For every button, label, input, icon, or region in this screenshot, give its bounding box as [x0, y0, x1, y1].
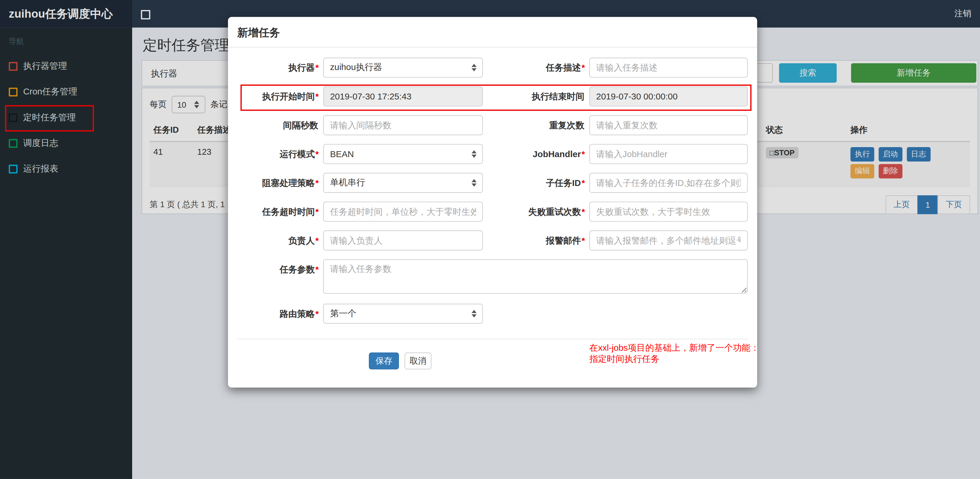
modal-title: 新增任务: [237, 27, 280, 39]
route-strategy-select[interactable]: 第一个: [323, 304, 483, 324]
alarm-email-input[interactable]: [589, 231, 748, 250]
feature-note-line2: 指定时间执行任务: [589, 353, 759, 364]
child-job-id-label: 子任务ID*: [483, 173, 589, 193]
route-strategy-label: 路由策略*: [237, 304, 323, 324]
select-arrows-icon: [471, 179, 476, 187]
job-param-textarea[interactable]: [323, 259, 748, 294]
form-row: 执行器* zuihou执行器 任务描述*: [237, 58, 748, 78]
job-desc-input[interactable]: [589, 58, 748, 78]
form-row: 阻塞处理策略* 单机串行 子任务ID*: [237, 173, 748, 193]
modal-body: 执行器* zuihou执行器 任务描述* 执行开始时间* 执行结束时间 间隔秒数: [228, 48, 757, 369]
form-row: 运行模式* BEAN JobHandler*: [237, 144, 748, 164]
executor-select-value: zuihou执行器: [330, 62, 382, 73]
owner-input[interactable]: [323, 231, 483, 250]
job-handler-label: JobHandler*: [483, 144, 589, 164]
app-window: zuihou任务调度中心 注销 导航 执行器管理 Cron任务管理 定时任务管理…: [0, 0, 980, 479]
interval-input[interactable]: [323, 115, 483, 135]
form-row: 路由策略* 第一个: [237, 304, 748, 324]
fail-retry-input[interactable]: [589, 202, 748, 221]
run-mode-label: 运行模式*: [237, 144, 323, 164]
job-param-label: 任务参数*: [237, 259, 323, 279]
start-time-label: 执行开始时间*: [237, 86, 323, 107]
executor-select[interactable]: zuihou执行器: [323, 58, 483, 78]
modal-header: 新增任务: [228, 17, 757, 48]
executor-label: 执行器*: [237, 58, 323, 78]
timeout-input[interactable]: [323, 202, 483, 221]
cancel-button[interactable]: 取消: [405, 352, 432, 369]
block-strategy-label: 阻塞处理策略*: [237, 173, 323, 193]
run-mode-select[interactable]: BEAN: [323, 144, 483, 164]
form-row: 任务超时时间* 失败重试次数*: [237, 202, 748, 221]
repeat-count-label: 重复次数: [483, 115, 589, 135]
job-handler-input[interactable]: [589, 144, 748, 164]
child-job-id-input[interactable]: [589, 173, 748, 193]
timeout-label: 任务超时时间*: [237, 202, 323, 221]
form-row: 负责人* 报警邮件*: [237, 231, 748, 250]
modal-divider: [237, 339, 748, 339]
feature-note: 在xxl-jobs项目的基础上，新增了一个功能： 指定时间执行任务: [589, 342, 759, 364]
form-row: 间隔秒数 重复次数: [237, 115, 748, 135]
feature-note-line1: 在xxl-jobs项目的基础上，新增了一个功能：: [589, 342, 759, 353]
form-row: 任务参数*: [237, 259, 748, 294]
add-task-modal: 新增任务 执行器* zuihou执行器 任务描述* 执行开始时间* 执行结束时间: [228, 17, 757, 387]
block-strategy-select-value: 单机串行: [330, 177, 365, 188]
select-arrows-icon: [471, 310, 476, 317]
alarm-email-label: 报警邮件*: [483, 231, 589, 250]
start-time-input[interactable]: [323, 86, 483, 107]
end-time-label: 执行结束时间: [483, 86, 589, 107]
end-time-input[interactable]: [589, 86, 748, 107]
job-desc-label: 任务描述*: [483, 58, 589, 78]
route-strategy-select-value: 第一个: [330, 308, 356, 319]
run-mode-select-value: BEAN: [330, 149, 354, 159]
save-button[interactable]: 保存: [369, 352, 399, 369]
block-strategy-select[interactable]: 单机串行: [323, 173, 483, 193]
repeat-count-input[interactable]: [589, 115, 748, 135]
select-arrows-icon: [471, 150, 476, 158]
interval-label: 间隔秒数: [237, 115, 323, 135]
owner-label: 负责人*: [237, 231, 323, 250]
select-arrows-icon: [471, 64, 476, 72]
form-row: 执行开始时间* 执行结束时间: [237, 86, 748, 107]
fail-retry-label: 失败重试次数*: [483, 202, 589, 221]
